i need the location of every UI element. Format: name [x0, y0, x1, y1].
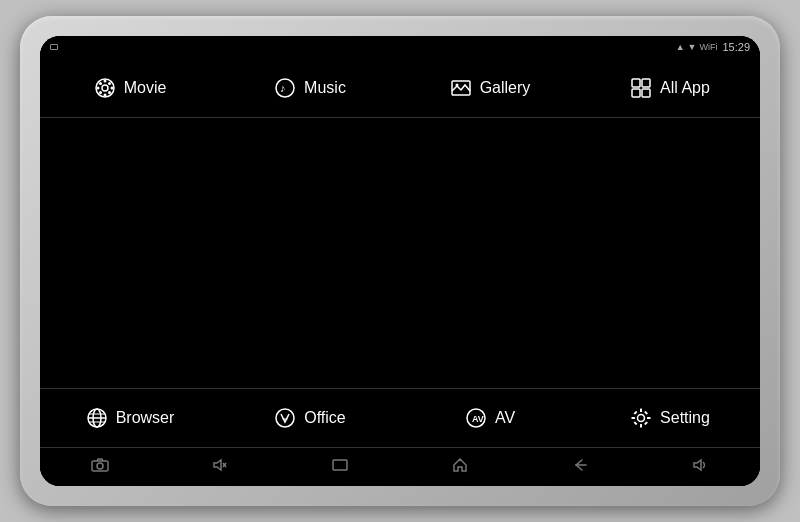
device-screen-bezel: ▲ ▼ WiFi 15:29	[40, 36, 760, 486]
menu-item-setting[interactable]: Setting	[580, 389, 760, 447]
nav-back-button[interactable]	[560, 453, 600, 481]
office-label: Office	[304, 409, 346, 427]
setting-icon	[630, 407, 652, 429]
browser-label: Browser	[116, 409, 175, 427]
volume-down-icon	[212, 458, 228, 476]
svg-rect-28	[640, 409, 642, 413]
svg-rect-33	[644, 411, 648, 415]
screen: ▲ ▼ WiFi 15:29	[40, 36, 760, 486]
home-icon	[452, 457, 468, 477]
office-icon	[274, 407, 296, 429]
svg-text:♪: ♪	[280, 82, 286, 94]
camera-icon	[91, 458, 109, 476]
nav-recent-button[interactable]	[320, 453, 360, 481]
svg-rect-17	[642, 89, 650, 97]
gallery-label: Gallery	[480, 79, 531, 97]
svg-point-13	[455, 83, 458, 86]
wifi-icon: ▲	[676, 42, 685, 52]
nav-camera-button[interactable]	[80, 453, 120, 481]
volume-up-icon	[692, 458, 708, 476]
svg-rect-31	[647, 417, 651, 419]
menu-item-music[interactable]: ♪ Music	[220, 58, 400, 117]
menu-item-movie[interactable]: Movie	[40, 58, 220, 117]
svg-point-23	[276, 409, 294, 427]
nav-volume-up-button[interactable]	[680, 453, 720, 481]
device-frame: ▲ ▼ WiFi 15:29	[20, 16, 780, 506]
menu-item-browser[interactable]: Browser	[40, 389, 220, 447]
menu-item-allapp[interactable]: All App	[580, 58, 760, 117]
back-icon	[572, 458, 588, 476]
svg-rect-16	[632, 89, 640, 97]
setting-label: Setting	[660, 409, 710, 427]
top-menu: Movie ♪ Music	[40, 58, 760, 118]
svg-point-37	[97, 463, 103, 469]
allapp-label: All App	[660, 79, 710, 97]
status-right: ▲ ▼ WiFi 15:29	[676, 41, 750, 53]
nav-volume-down-button[interactable]	[200, 453, 240, 481]
wifi2-icon: WiFi	[699, 42, 717, 52]
signal-icon: ▼	[688, 42, 697, 52]
nav-bar	[40, 448, 760, 486]
svg-point-1	[102, 85, 108, 91]
svg-rect-32	[634, 411, 638, 415]
svg-point-7	[108, 82, 111, 85]
menu-item-av[interactable]: AV AV	[400, 389, 580, 447]
svg-text:AV: AV	[472, 414, 484, 424]
status-bar: ▲ ▼ WiFi 15:29	[40, 36, 760, 58]
allapp-icon	[630, 77, 652, 99]
nav-home-button[interactable]	[440, 453, 480, 481]
svg-rect-40	[333, 460, 347, 470]
svg-point-3	[103, 93, 106, 96]
menu-item-gallery[interactable]: Gallery	[400, 58, 580, 117]
connectivity-icons: ▲ ▼ WiFi	[676, 42, 718, 52]
svg-rect-15	[642, 79, 650, 87]
svg-point-8	[99, 91, 102, 94]
main-content-area	[40, 118, 760, 388]
av-label: AV	[495, 409, 515, 427]
status-left	[50, 44, 58, 50]
movie-label: Movie	[124, 79, 167, 97]
svg-point-27	[638, 415, 645, 422]
browser-icon	[86, 407, 108, 429]
gallery-icon	[450, 77, 472, 99]
svg-rect-34	[634, 421, 638, 425]
svg-point-9	[108, 91, 111, 94]
bottom-menu: Browser Office	[40, 388, 760, 448]
recent-apps-icon	[332, 458, 348, 476]
music-label: Music	[304, 79, 346, 97]
clock: 15:29	[722, 41, 750, 53]
svg-rect-14	[632, 79, 640, 87]
svg-rect-30	[632, 417, 636, 419]
film-icon	[94, 77, 116, 99]
menu-item-office[interactable]: Office	[220, 389, 400, 447]
svg-rect-29	[640, 424, 642, 428]
svg-point-2	[103, 79, 106, 82]
status-indicator-icon	[50, 44, 58, 50]
svg-point-4	[96, 86, 99, 89]
svg-rect-35	[644, 421, 648, 425]
svg-point-5	[110, 86, 113, 89]
svg-point-6	[99, 82, 102, 85]
av-icon: AV	[465, 407, 487, 429]
music-icon: ♪	[274, 77, 296, 99]
